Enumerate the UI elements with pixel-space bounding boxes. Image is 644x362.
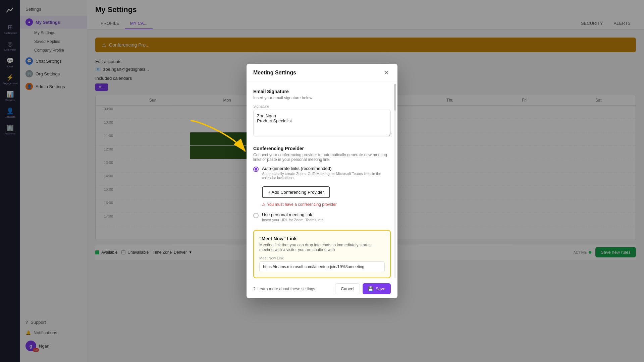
modal-overlay[interactable]: Meeting Settings ✕ Email Signature Inser… — [0, 0, 644, 362]
signature-textarea[interactable]: Zoe Ngan Product Specialist — [253, 110, 391, 136]
meet-now-section: "Meet Now" Link Meeting link that you ca… — [253, 230, 391, 278]
conferencing-section: Conferencing Provider Connect your confe… — [253, 146, 391, 222]
personal-link-desc: Insert your URL for Zoom, Teams, etc — [262, 218, 323, 222]
meet-now-desc: Meeting link that you can drop into chat… — [259, 243, 385, 252]
auto-generate-desc: Automatically create Zoom, GoToMeeting, … — [262, 172, 391, 180]
email-signature-desc: Insert your email signature below — [253, 96, 391, 100]
footer-actions: Cancel 💾 Save — [335, 283, 391, 294]
scrollbar-thumb[interactable] — [394, 84, 396, 111]
conferencing-desc: Connect your conferencing provider to au… — [253, 153, 391, 162]
modal-footer: ? Learn more about these settings Cancel… — [247, 279, 397, 298]
save-button[interactable]: 💾 Save — [363, 283, 391, 294]
personal-link-title: Use personal meeting link — [262, 212, 323, 217]
cancel-button[interactable]: Cancel — [335, 283, 360, 294]
meeting-settings-modal: Meeting Settings ✕ Email Signature Inser… — [247, 64, 397, 298]
meet-now-input-label: Meet Now Link — [259, 256, 385, 260]
auto-generate-option[interactable]: Auto-generate links (recommended) Automa… — [253, 166, 391, 180]
save-icon: 💾 — [368, 286, 373, 291]
conferencing-title: Conferencing Provider — [253, 146, 391, 151]
modal-title: Meeting Settings — [253, 70, 296, 76]
email-signature-title: Email Signature — [253, 89, 391, 94]
signature-label: Signature — [253, 104, 391, 108]
help-icon: ? — [253, 287, 256, 291]
personal-link-radio[interactable] — [253, 213, 259, 218]
meet-now-title: "Meet Now" Link — [259, 236, 385, 241]
auto-generate-title: Auto-generate links (recommended) — [262, 166, 391, 171]
personal-link-option[interactable]: Use personal meeting link Insert your UR… — [253, 212, 391, 222]
error-icon: ⚠ — [262, 202, 266, 207]
email-signature-section: Email Signature Insert your email signat… — [253, 89, 391, 138]
modal-scrollbar — [394, 84, 396, 278]
add-conferencing-button[interactable]: + Add Conferencing Provider — [262, 186, 330, 198]
modal-scroll-area[interactable]: Email Signature Insert your email signat… — [247, 82, 397, 279]
modal-header: Meeting Settings ✕ — [247, 64, 397, 82]
meet-now-input[interactable] — [259, 261, 385, 272]
conferencing-error: ⚠ You must have a conferencing provider — [262, 202, 391, 207]
close-button[interactable]: ✕ — [382, 69, 391, 76]
auto-generate-radio[interactable] — [253, 167, 259, 172]
help-link[interactable]: ? Learn more about these settings — [253, 287, 315, 291]
